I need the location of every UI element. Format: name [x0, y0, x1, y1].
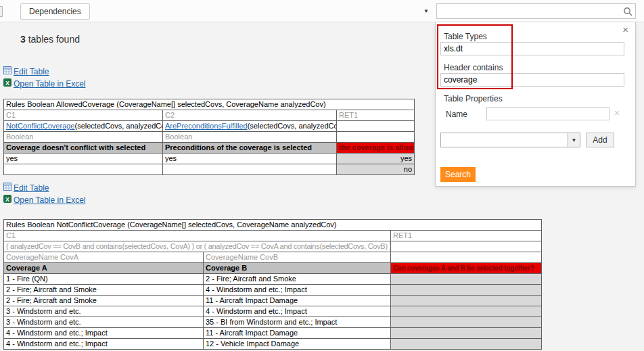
table-row: 4 - Windstorm and etc.; Impact 11 - Airc… — [4, 328, 542, 339]
table-row: 2 - Fire; Aircraft and Smoke 11 - Aircra… — [4, 296, 542, 306]
table-row: 3 - Windstorm and etc. 4 - Windstorm and… — [4, 306, 542, 317]
coverage-b-cell: 4 - Windstorm and etc.; Impact — [204, 285, 391, 296]
results-count-number: 3 — [20, 34, 26, 45]
return-value-cell — [391, 285, 542, 296]
empty-cell — [337, 121, 415, 132]
type-row: Boolean Boolean — [4, 132, 415, 143]
table-row: 2 - Fire; Aircraft and Smoke 4 - Windsto… — [4, 285, 542, 296]
table-types-label: Table Types — [444, 32, 487, 41]
return-value-cell: no — [337, 164, 415, 175]
table-title-row: Rules Boolean NotConflictCoverage (Cover… — [4, 220, 542, 231]
table-search-box — [436, 3, 636, 19]
decision-table-allowed-coverage[interactable]: Rules Boolean AllowedCoverage (CoverageN… — [3, 99, 415, 175]
description-row: Coverage doesn't conflict with selected … — [4, 143, 415, 154]
coverage-b-cell: 12 - Vehicle Impact Damage — [204, 339, 391, 350]
col-header: C1 — [4, 110, 163, 121]
table-title-row: Rules Boolean AllowedCoverage (CoverageN… — [4, 99, 415, 110]
property-select[interactable]: ▼ — [440, 133, 580, 147]
table-row: 4 - Windstorm and etc.; Impact 12 - Vehi… — [4, 339, 542, 350]
coverage-a-cell: 3 - Windstorm and etc. — [4, 306, 204, 317]
return-value-cell — [391, 317, 542, 328]
excel-icon: X — [3, 195, 12, 205]
table-row: yes yes yes — [4, 154, 415, 164]
column-header-row: C1 C2 RET1 — [4, 110, 415, 121]
header-contains-input[interactable] — [440, 73, 624, 87]
app-window: Dependencies ▼ 3 tables found × Table Ty… — [0, 0, 644, 351]
property-select-value — [441, 133, 568, 147]
table-properties-label: Table Properties — [444, 94, 503, 103]
table-types-input[interactable] — [440, 42, 624, 55]
return-value-cell — [391, 306, 542, 317]
header-contains-label: Header contains — [444, 63, 503, 72]
type-cell: Boolean — [163, 132, 337, 143]
col-header: RET1 — [391, 231, 542, 241]
search-button[interactable]: Search — [440, 167, 476, 182]
condition-args: (selectedCovs, analyzedCov) — [75, 122, 163, 130]
value-cell — [163, 164, 337, 175]
return-value-cell — [391, 274, 542, 285]
condition-cell: ArePreconditionsFulfilled(selectedCovs, … — [163, 121, 337, 132]
open-excel-link-1[interactable]: X Open Table in Excel — [3, 78, 86, 89]
description-cell: Coverage B — [204, 263, 391, 274]
return-description-cell: Can coverages A and B be selected togeth… — [391, 263, 542, 274]
open-excel-link-label[interactable]: Open Table in Excel — [14, 195, 86, 205]
name-input[interactable] — [486, 107, 610, 120]
empty-cell — [337, 132, 415, 143]
param-header-cell: CoverageName CovB — [204, 252, 391, 263]
return-value-cell: yes — [337, 154, 415, 164]
table-grid-icon — [3, 183, 12, 193]
decision-table-not-conflict-coverage[interactable]: Rules Boolean NotConflictCoverage (Cover… — [3, 219, 542, 350]
add-property-button[interactable]: Add — [586, 133, 614, 147]
svg-text:X: X — [5, 196, 9, 203]
coverage-a-cell: 3 - Windstorm and etc. — [4, 317, 204, 328]
close-icon[interactable]: × — [622, 24, 628, 34]
combo-caret-down-icon[interactable]: ▼ — [568, 133, 580, 147]
coverage-b-cell: 11 - Aircraft Impact Damage — [204, 328, 391, 339]
open-excel-link-2[interactable]: X Open Table in Excel — [3, 195, 86, 205]
name-label: Name — [446, 110, 467, 119]
type-cell: Boolean — [4, 132, 163, 143]
table-row: 1 - Fire (QN) 2 - Fire; Aircraft and Smo… — [4, 274, 542, 285]
param-header-row: CoverageName CovA CoverageName CovB — [4, 252, 542, 263]
coverage-b-cell: 11 - Aircraft Impact Damage — [204, 296, 391, 306]
filter-caret-down-icon[interactable]: ▼ — [423, 8, 429, 14]
condition-row: NotConflictCoverage(selectedCovs, analyz… — [4, 121, 415, 132]
return-description-cell: the coverage is allowed — [337, 143, 415, 154]
open-excel-link-label[interactable]: Open Table in Excel — [14, 79, 86, 89]
description-cell: Preconditions of the coverage is selecte… — [163, 143, 337, 154]
col-header: C2 — [163, 110, 337, 121]
condition-link[interactable]: ArePreconditionsFulfilled — [165, 122, 248, 130]
description-cell: Coverage A — [4, 263, 204, 274]
coverage-b-cell: 35 - BI from Windstorm and etc.; Impact — [204, 317, 391, 328]
table-title: Rules Boolean NotConflictCoverage (Cover… — [4, 220, 542, 231]
coverage-a-cell: 4 - Windstorm and etc.; Impact — [4, 339, 204, 350]
edit-table-link-1[interactable]: Edit Table — [3, 66, 49, 76]
empty-cell — [391, 241, 542, 252]
coverage-b-cell: 4 - Windstorm and etc.; Impact — [204, 306, 391, 317]
excel-icon: X — [3, 78, 12, 89]
dependencies-button[interactable]: Dependencies — [20, 3, 90, 20]
edit-table-link-label[interactable]: Edit Table — [14, 183, 49, 193]
description-row: Coverage A Coverage B Can coverages A an… — [4, 263, 542, 274]
table-title: Rules Boolean AllowedCoverage (CoverageN… — [4, 99, 415, 110]
col-header: RET1 — [337, 110, 415, 121]
return-value-cell — [391, 339, 542, 350]
condition-link[interactable]: NotConflictCoverage — [6, 122, 75, 130]
edit-table-link-2[interactable]: Edit Table — [3, 183, 49, 193]
search-icon[interactable] — [623, 7, 632, 16]
table-search-input[interactable] — [439, 5, 620, 18]
coverage-a-cell: 2 - Fire; Aircraft and Smoke — [4, 296, 204, 306]
condition-args: (selectedCovs, analyzedCov) — [248, 122, 337, 130]
value-cell — [4, 164, 163, 175]
coverage-a-cell: 2 - Fire; Aircraft and Smoke — [4, 285, 204, 296]
table-grid-icon — [3, 66, 12, 76]
coverage-a-cell: 1 - Fire (QN) — [4, 274, 204, 285]
clear-icon[interactable]: × — [614, 108, 620, 118]
results-count: 3 tables found — [20, 34, 80, 45]
empty-cell — [391, 252, 542, 263]
condition-cell: NotConflictCoverage(selectedCovs, analyz… — [4, 121, 163, 132]
expression-row: ( analyzedCov == CovB and contains(selec… — [4, 241, 542, 252]
edit-table-link-label[interactable]: Edit Table — [14, 67, 49, 76]
param-header-cell: CoverageName CovA — [4, 252, 204, 263]
svg-text:X: X — [5, 80, 9, 87]
